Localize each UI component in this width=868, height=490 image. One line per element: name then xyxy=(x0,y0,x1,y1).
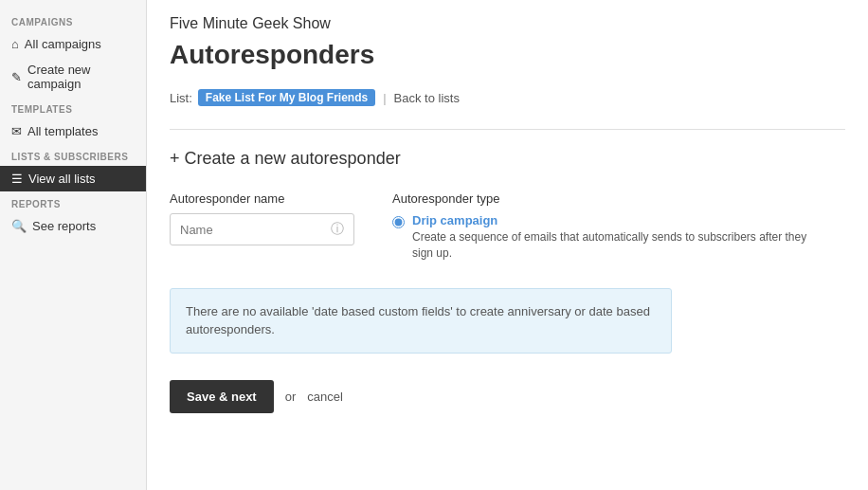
name-col: Autoresponder name ⓘ xyxy=(170,191,354,245)
page-title: Autoresponders xyxy=(170,40,845,70)
drip-label: Drip campaign xyxy=(412,213,810,227)
list-icon: ☰ xyxy=(11,172,23,186)
info-box: There are no available 'date based custo… xyxy=(170,288,672,354)
sidebar-item-see-reports[interactable]: 🔍 See reports xyxy=(0,213,146,239)
list-bar-separator: | xyxy=(383,91,386,105)
drip-description: Create a sequence of emails that automat… xyxy=(412,229,810,262)
mail-icon: ✉ xyxy=(11,124,22,138)
edit-icon: ✎ xyxy=(11,70,22,84)
sidebar-item-all-campaigns[interactable]: ⌂ All campaigns xyxy=(0,31,146,57)
form-row: Autoresponder name ⓘ Autoresponder type … xyxy=(170,191,845,269)
see-reports-label: See reports xyxy=(32,219,96,233)
name-label: Autoresponder name xyxy=(170,191,354,206)
list-badge[interactable]: Fake List For My Blog Friends xyxy=(198,89,375,106)
drip-label-container: Drip campaign Create a sequence of email… xyxy=(412,213,810,262)
drip-campaign-option: Drip campaign Create a sequence of email… xyxy=(392,213,810,262)
lists-section-label: LISTS & SUBSCRIBERS xyxy=(0,144,146,166)
info-icon: ⓘ xyxy=(331,221,344,238)
drip-radio[interactable] xyxy=(392,216,405,228)
sidebar-item-create-campaign[interactable]: ✎ Create new campaign xyxy=(0,57,146,97)
save-next-button[interactable]: Save & next xyxy=(170,380,274,413)
form-actions: Save & next or cancel xyxy=(170,380,845,413)
all-templates-label: All templates xyxy=(27,124,98,138)
home-icon: ⌂ xyxy=(11,37,19,51)
view-all-lists-label: View all lists xyxy=(28,172,96,186)
or-label: or xyxy=(285,390,297,404)
autoresponder-name-input[interactable] xyxy=(180,223,325,237)
sidebar-item-all-templates[interactable]: ✉ All templates xyxy=(0,118,146,144)
search-icon: 🔍 xyxy=(11,219,27,233)
create-section-title: + Create a new autoresponder xyxy=(170,149,845,169)
main-content: Five Minute Geek Show Autoresponders Lis… xyxy=(147,0,868,490)
list-label: List: xyxy=(170,91,192,105)
type-label: Autoresponder type xyxy=(392,191,810,206)
org-title: Five Minute Geek Show xyxy=(170,15,845,32)
section-divider xyxy=(170,129,845,130)
create-campaign-label: Create new campaign xyxy=(27,63,135,91)
reports-section-label: REPORTS xyxy=(0,191,146,213)
sidebar-item-view-all-lists[interactable]: ☰ View all lists xyxy=(0,166,146,191)
back-to-lists-link[interactable]: Back to lists xyxy=(394,91,460,105)
templates-section-label: TEMPLATES xyxy=(0,97,146,118)
campaigns-section-label: CAMPAIGNS xyxy=(0,9,146,31)
sidebar: CAMPAIGNS ⌂ All campaigns ✎ Create new c… xyxy=(0,0,147,490)
all-campaigns-label: All campaigns xyxy=(25,37,101,51)
cancel-link[interactable]: cancel xyxy=(307,390,343,404)
name-input-wrapper[interactable]: ⓘ xyxy=(170,213,354,245)
type-col: Autoresponder type Drip campaign Create … xyxy=(392,191,810,269)
list-bar: List: Fake List For My Blog Friends | Ba… xyxy=(170,89,845,106)
